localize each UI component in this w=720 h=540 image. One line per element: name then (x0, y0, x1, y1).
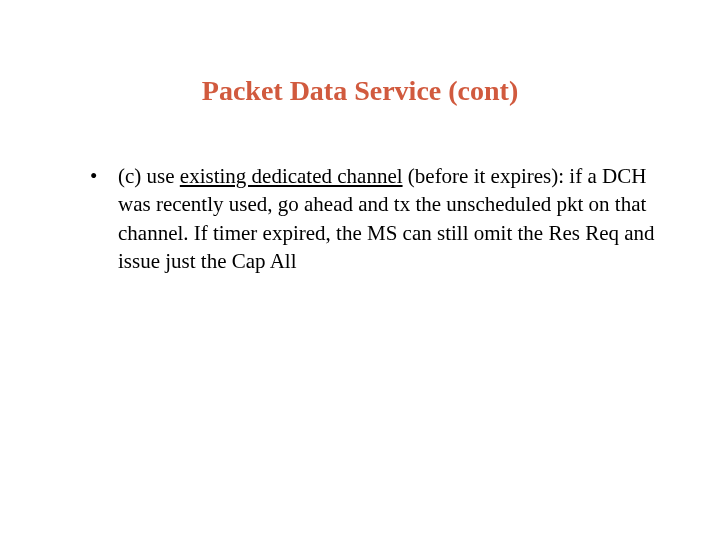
bullet-marker: • (90, 162, 118, 190)
slide-container: Packet Data Service (cont) •(c) use exis… (0, 0, 720, 540)
bullet-list: •(c) use existing dedicated channel (bef… (0, 162, 720, 275)
bullet-prefix: (c) use (118, 164, 180, 188)
slide-title: Packet Data Service (cont) (0, 75, 720, 107)
bullet-underlined: existing dedicated channel (180, 164, 403, 188)
bullet-item: •(c) use existing dedicated channel (bef… (90, 162, 660, 275)
